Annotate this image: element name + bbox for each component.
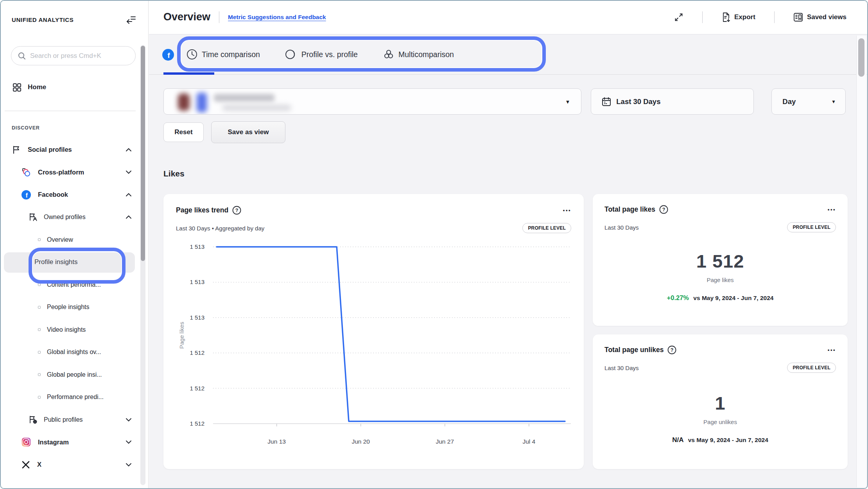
page-header: Overview Metric Suggestions and Feedback bbox=[149, 0, 868, 34]
main-scrollbar[interactable] bbox=[856, 36, 866, 487]
home-label: Home bbox=[28, 83, 46, 91]
blurred-avatar bbox=[178, 93, 190, 111]
main-scrollbar-thumb[interactable] bbox=[858, 38, 864, 77]
search-box[interactable] bbox=[11, 46, 136, 65]
saved-views-label: Saved views bbox=[807, 13, 846, 21]
search-icon bbox=[18, 52, 26, 60]
discover-section-label: DISCOVER bbox=[0, 125, 148, 131]
calendar-icon bbox=[601, 97, 612, 107]
profile-level-badge: PROFILE LEVEL bbox=[787, 363, 836, 373]
sidebar-item-global-insights[interactable]: Global insights ov... bbox=[0, 341, 148, 364]
dropdown-caret-icon: ▼ bbox=[565, 99, 570, 104]
chevron-down-icon[interactable] bbox=[125, 461, 133, 469]
compare-period: vs May 9, 2024 - Jun 7, 2024 bbox=[688, 437, 768, 443]
total-page-unlikes-value: 1 bbox=[604, 392, 836, 414]
svg-text:1 513: 1 513 bbox=[190, 279, 204, 285]
card-menu-icon[interactable]: ••• bbox=[828, 207, 836, 212]
svg-text:1 513: 1 513 bbox=[190, 243, 204, 250]
profile-selector-dropdown[interactable]: ▼ bbox=[163, 88, 581, 115]
main-area: Overview Metric Suggestions and Feedback bbox=[149, 0, 868, 489]
header-divider bbox=[774, 11, 775, 23]
sidebar-item-facebook[interactable]: f Facebook bbox=[0, 183, 148, 206]
granularity-select[interactable]: Day ▼ bbox=[771, 88, 846, 115]
blurred-profile-subtext bbox=[222, 105, 291, 111]
card-menu-icon[interactable]: ••• bbox=[563, 207, 571, 213]
sidebar-item-social-profiles[interactable]: Social profiles bbox=[0, 138, 148, 161]
chevron-down-icon[interactable] bbox=[125, 168, 133, 176]
sidebar-item-people-insights[interactable]: People insights bbox=[0, 296, 148, 319]
multi-circles-icon bbox=[383, 49, 395, 60]
card-menu-icon[interactable]: ••• bbox=[828, 347, 836, 353]
header-divider bbox=[702, 11, 703, 23]
svg-text:?: ? bbox=[235, 208, 239, 213]
sidebar-item-home[interactable]: Home bbox=[0, 79, 148, 95]
chevron-up-icon[interactable] bbox=[125, 213, 133, 221]
metric-cards-column: Total page likes ? ••• Last 30 Days bbox=[593, 194, 848, 469]
filter-row: ▼ Last 30 Days Day bbox=[163, 88, 846, 115]
chevron-down-icon[interactable] bbox=[125, 416, 133, 424]
sidebar-item-x[interactable]: X bbox=[0, 453, 148, 476]
public-profiles-icon bbox=[29, 415, 38, 424]
svg-text:Jun 13: Jun 13 bbox=[267, 438, 286, 445]
collapse-sidebar-icon[interactable] bbox=[126, 14, 136, 25]
sidebar-item-instagram[interactable]: Instagram bbox=[0, 431, 148, 454]
sidebar-item-cross-platform[interactable]: Cross-platform bbox=[0, 161, 148, 184]
delta-value: +0.27% bbox=[667, 294, 689, 301]
date-range-button[interactable]: Last 30 Days bbox=[591, 88, 754, 115]
half-circle-icon bbox=[285, 49, 298, 60]
metric-label: Page unlikes bbox=[604, 419, 836, 425]
date-range-value: Last 30 Days bbox=[616, 97, 660, 106]
chevron-down-icon[interactable] bbox=[125, 438, 133, 446]
metric-suggestions-link[interactable]: Metric Suggestions and Feedback bbox=[228, 14, 326, 21]
flag-icon bbox=[12, 145, 21, 155]
sidebar-item-profile-insights[interactable]: Profile insights bbox=[0, 251, 148, 274]
delta-row: N/A vs May 9, 2024 - Jun 7, 2024 bbox=[604, 436, 836, 444]
save-as-view-button[interactable]: Save as view bbox=[211, 121, 285, 143]
total-page-unlikes-card: Total page unlikes ? ••• Last 30 Days bbox=[593, 334, 848, 469]
chevron-up-icon[interactable] bbox=[125, 191, 133, 199]
tab-time-comparison[interactable]: Time comparison bbox=[186, 49, 260, 60]
saved-views-button[interactable]: Saved views bbox=[793, 13, 846, 22]
sidebar-item-overview[interactable]: Overview bbox=[0, 228, 148, 251]
svg-text:1 512: 1 512 bbox=[190, 385, 204, 392]
search-input[interactable] bbox=[30, 52, 129, 60]
sidebar-scrollbar-thumb[interactable] bbox=[141, 46, 145, 261]
chevron-up-icon[interactable] bbox=[125, 146, 133, 154]
profile-level-badge: PROFILE LEVEL bbox=[787, 222, 836, 232]
blurred-avatar bbox=[197, 93, 207, 112]
filter-actions: Reset Save as view bbox=[163, 121, 846, 143]
cards-row: Page likes trend ? ••• Last 30 Days • Ag… bbox=[163, 194, 846, 469]
help-icon[interactable]: ? bbox=[659, 205, 668, 214]
svg-text:f: f bbox=[167, 51, 170, 59]
sidebar-item-content-performance[interactable]: Content performa... bbox=[0, 273, 148, 296]
profile-level-badge: PROFILE LEVEL bbox=[522, 223, 571, 233]
help-icon[interactable]: ? bbox=[232, 206, 241, 215]
tab-profile-vs-profile[interactable]: Profile vs. profile bbox=[285, 49, 358, 60]
total-page-likes-value: 1 512 bbox=[604, 250, 836, 272]
sidebar-item-owned-profiles[interactable]: Owned profiles bbox=[0, 206, 148, 229]
total-page-likes-card: Total page likes ? ••• Last 30 Days bbox=[593, 194, 848, 326]
tab-multicomparison[interactable]: Multicomparison bbox=[383, 49, 454, 60]
svg-text:Jul 4: Jul 4 bbox=[522, 438, 535, 445]
sidebar-scrollbar[interactable] bbox=[140, 45, 145, 485]
page-likes-trend-chart: 1 5131 5131 5131 5121 5121 512Jun 13Jun … bbox=[176, 236, 571, 455]
instagram-icon bbox=[21, 437, 31, 447]
export-button[interactable]: Export bbox=[721, 12, 755, 22]
sidebar-item-video-insights[interactable]: Video insights bbox=[0, 318, 148, 341]
help-icon[interactable]: ? bbox=[667, 345, 676, 354]
expand-fullscreen-icon[interactable] bbox=[674, 13, 683, 22]
sidebar-item-global-people-insights[interactable]: Global people insi... bbox=[0, 363, 148, 386]
blurred-profile-name bbox=[214, 94, 274, 102]
square-bullet-icon bbox=[38, 396, 41, 399]
granularity-value: Day bbox=[782, 97, 796, 106]
app-window: UNIFIED ANALYTICS bbox=[0, 0, 868, 489]
comparison-tabs: Time comparison Profile vs. profile bbox=[186, 34, 454, 74]
saved-views-icon bbox=[793, 13, 803, 22]
reset-button[interactable]: Reset bbox=[163, 122, 204, 142]
sidebar-item-public-profiles[interactable]: Public profiles bbox=[0, 408, 148, 431]
svg-text:1 513: 1 513 bbox=[190, 314, 204, 321]
home-grid-icon bbox=[12, 83, 22, 92]
delta-value: N/A bbox=[672, 436, 683, 444]
sidebar-item-performance-prediction[interactable]: Performance predi... bbox=[0, 386, 148, 409]
facebook-platform-tab[interactable]: f bbox=[162, 49, 174, 61]
